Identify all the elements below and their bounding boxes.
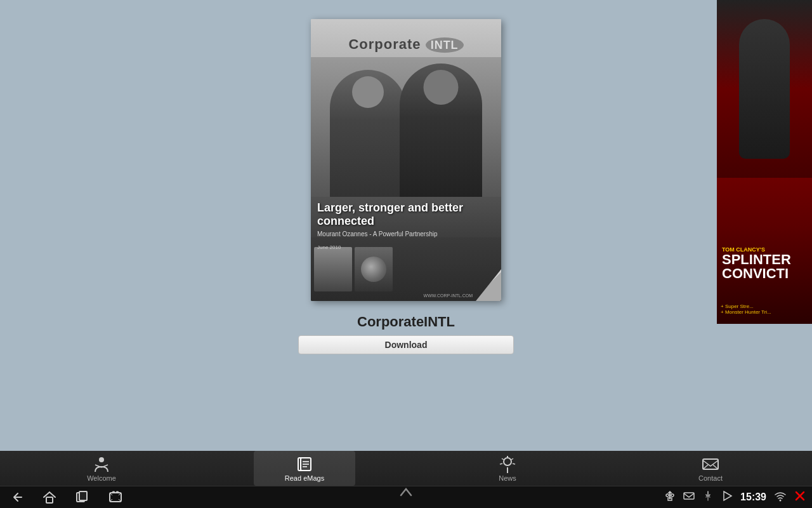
ad-bullets: + Super Stre... + Monster Hunter Tri...	[717, 301, 812, 318]
play-icon	[721, 490, 733, 504]
mag-people	[311, 57, 501, 197]
svg-point-22	[666, 494, 669, 497]
magazine-card: Corporate INTL Larger, stronger and bett…	[298, 19, 514, 354]
ad-title-1: SPLINTER	[722, 253, 807, 267]
welcome-icon	[93, 455, 110, 473]
ad-character	[717, 0, 812, 178]
wifi-icon	[774, 490, 787, 504]
sync-icon	[702, 490, 714, 504]
bottom-nav: Welcome Read eMags	[0, 451, 812, 508]
chevron-up-button[interactable]	[400, 488, 412, 499]
svg-marker-25	[724, 491, 731, 500]
battery-icon	[794, 490, 806, 504]
contact-icon	[702, 455, 719, 473]
svg-point-23	[671, 494, 674, 497]
nav-tabs: Welcome Read eMags	[0, 451, 812, 486]
mag-logo: Corporate INTL	[348, 36, 463, 53]
tab-contact-label: Contact	[698, 474, 723, 482]
system-time: 15:39	[740, 491, 766, 503]
home-button[interactable]	[39, 487, 60, 507]
tab-welcome[interactable]: Welcome	[51, 451, 152, 486]
mag-url: WWW.CORP-INTL.COM	[424, 293, 473, 298]
svg-rect-12	[46, 497, 53, 503]
svg-rect-24	[684, 493, 694, 499]
mag-text-area: Larger, stronger and better connected Mo…	[317, 201, 488, 237]
mag-headline: Larger, stronger and better connected	[317, 201, 488, 229]
tab-welcome-label: Welcome	[87, 474, 116, 482]
magazine-cover[interactable]: Corporate INTL Larger, stronger and bett…	[311, 19, 501, 301]
svg-point-26	[780, 500, 782, 502]
ad-char-silhouette	[739, 19, 790, 159]
ad-bullet-1: + Super Stre...	[721, 304, 808, 309]
svg-point-0	[99, 457, 104, 462]
ad-bullet-2: + Monster Hunter Tri...	[721, 309, 808, 315]
ad-banner: TOM CLANCY'S SPLINTER CONVICTI + Super S…	[717, 0, 812, 324]
mag-thumb-2	[355, 247, 393, 291]
tab-read-emags-label: Read eMags	[285, 474, 324, 482]
download-button[interactable]: Download	[298, 335, 514, 354]
svg-line-10	[703, 465, 708, 469]
read-emags-icon	[296, 455, 313, 473]
email-icon	[683, 490, 695, 504]
usb-icon	[664, 490, 676, 504]
recent-apps-button[interactable]	[72, 487, 93, 507]
ad-game-text: TOM CLANCY'S SPLINTER CONVICTI	[717, 241, 812, 286]
svg-rect-14	[79, 491, 87, 500]
mag-thumb-1	[314, 247, 352, 291]
svg-line-11	[713, 465, 718, 469]
tab-read-emags[interactable]: Read eMags	[254, 451, 355, 486]
sys-left-buttons	[6, 487, 126, 507]
mag-globe	[361, 257, 386, 282]
screenshot-button[interactable]	[105, 487, 126, 507]
main-content: Corporate INTL Larger, stronger and bett…	[0, 0, 812, 451]
sys-right-status: 15:39	[664, 490, 806, 504]
tab-contact[interactable]: Contact	[660, 451, 761, 486]
svg-point-8	[504, 458, 511, 465]
magazine-title: CorporateINTL	[357, 314, 455, 330]
ad-title-2: CONVICTI	[722, 267, 807, 281]
mag-subheadline: Mourant Ozannes - A Powerful Partnership	[317, 231, 488, 237]
mag-date: June 2010	[317, 244, 341, 250]
system-bar: 15:39	[0, 486, 812, 508]
svg-rect-17	[116, 491, 119, 493]
svg-rect-16	[112, 491, 115, 493]
person-left	[330, 70, 406, 197]
person-right	[400, 64, 482, 197]
tab-news-label: News	[499, 474, 516, 482]
tab-news[interactable]: News	[457, 451, 558, 486]
news-icon	[499, 455, 516, 473]
back-button[interactable]	[6, 487, 27, 507]
